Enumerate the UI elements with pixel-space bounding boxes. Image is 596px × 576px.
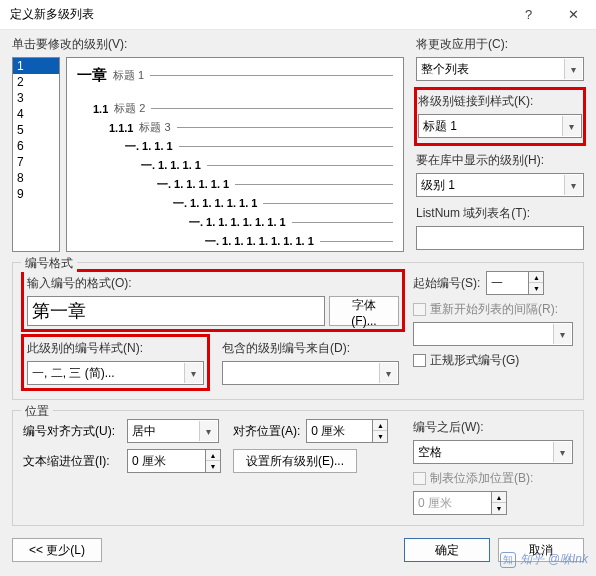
- indent-spinner[interactable]: ▲▼: [205, 449, 221, 473]
- font-button[interactable]: 字体(F)...: [329, 296, 399, 326]
- start-at-input[interactable]: [486, 271, 528, 295]
- include-from-select[interactable]: ▾: [222, 361, 399, 385]
- restart-list-checkbox: 重新开始列表的间隔(R):: [413, 301, 573, 318]
- number-format-input[interactable]: [27, 296, 325, 326]
- legal-format-checkbox[interactable]: 正规形式编号(G): [413, 352, 573, 369]
- tabstop-checkbox: 制表位添加位置(B):: [413, 470, 573, 487]
- start-at-spinner[interactable]: ▲▼: [528, 271, 544, 295]
- enter-format-label: 输入编号的格式(O):: [27, 275, 399, 292]
- listnum-input[interactable]: [416, 226, 584, 250]
- align-at-label: 对齐位置(A):: [233, 423, 300, 440]
- number-format-group: 编号格式 输入编号的格式(O): 字体(F)... 此级别的编号样式(N): ▾: [12, 262, 584, 400]
- level-item-7[interactable]: 7: [13, 154, 59, 170]
- indent-input[interactable]: [127, 449, 205, 473]
- restart-after-select[interactable]: ▾: [413, 322, 573, 346]
- level-item-4[interactable]: 4: [13, 106, 59, 122]
- set-all-levels-button[interactable]: 设置所有级别(E)...: [233, 449, 357, 473]
- align-at-spinner[interactable]: ▲▼: [372, 419, 388, 443]
- window-title: 定义新多级列表: [10, 6, 506, 23]
- level-item-1[interactable]: 1: [13, 58, 59, 74]
- level-listbox[interactable]: 1 2 3 4 5 6 7 8 9: [12, 57, 60, 252]
- link-style-label: 将级别链接到样式(K):: [418, 93, 582, 110]
- level-item-8[interactable]: 8: [13, 170, 59, 186]
- click-level-label: 单击要修改的级别(V):: [12, 36, 404, 53]
- watermark: 知知乎 @咻Ink: [500, 551, 588, 568]
- gallery-select[interactable]: ▾: [416, 173, 584, 197]
- number-style-select[interactable]: ▾: [27, 361, 204, 385]
- number-style-label: 此级别的编号样式(N):: [27, 340, 204, 357]
- align-select[interactable]: ▾: [127, 419, 219, 443]
- tabstop-input: [413, 491, 491, 515]
- position-group: 位置 编号对齐方式(U): ▾ 对齐位置(A): ▲▼ 文本缩进位置(I):: [12, 410, 584, 526]
- preview-pane: 一章标题 1 1.1标题 2 1.1.1标题 3 一. 1. 1. 1 一. 1…: [66, 57, 404, 252]
- help-button[interactable]: ?: [506, 0, 551, 30]
- align-label: 编号对齐方式(U):: [23, 423, 121, 440]
- level-item-9[interactable]: 9: [13, 186, 59, 202]
- gallery-label: 要在库中显示的级别(H):: [416, 152, 584, 169]
- ok-button[interactable]: 确定: [404, 538, 490, 562]
- less-button[interactable]: << 更少(L): [12, 538, 102, 562]
- follow-label: 编号之后(W):: [413, 419, 573, 436]
- level-item-3[interactable]: 3: [13, 90, 59, 106]
- tabstop-spinner: ▲▼: [491, 491, 507, 515]
- listnum-label: ListNum 域列表名(T):: [416, 205, 584, 222]
- title-bar: 定义新多级列表 ? ✕: [0, 0, 596, 30]
- align-at-input[interactable]: [306, 419, 372, 443]
- level-item-2[interactable]: 2: [13, 74, 59, 90]
- link-style-select[interactable]: ▾: [418, 114, 582, 138]
- apply-to-label: 将更改应用于(C):: [416, 36, 584, 53]
- close-button[interactable]: ✕: [551, 0, 596, 30]
- start-at-label: 起始编号(S):: [413, 275, 480, 292]
- include-from-label: 包含的级别编号来自(D):: [222, 340, 399, 357]
- level-item-6[interactable]: 6: [13, 138, 59, 154]
- apply-to-select[interactable]: ▾: [416, 57, 584, 81]
- level-item-5[interactable]: 5: [13, 122, 59, 138]
- follow-select[interactable]: ▾: [413, 440, 573, 464]
- indent-label: 文本缩进位置(I):: [23, 453, 121, 470]
